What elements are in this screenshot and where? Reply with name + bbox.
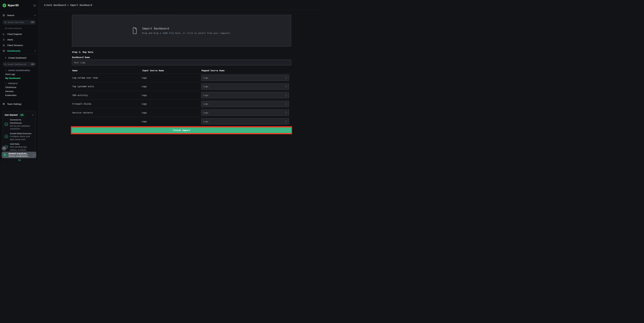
- create-dashboard-button[interactable]: Create Dashboard: [4, 56, 26, 60]
- shortcut-badge: ⌘K: [30, 21, 35, 24]
- sidebar: HyperDX Search Saved Searches ⌘K No: [0, 0, 38, 162]
- annotation-highlight-box: Finish Import: [71, 126, 292, 134]
- preset-services[interactable]: Services: [5, 90, 14, 93]
- team-settings-label: Team Settings: [7, 103, 22, 105]
- col-mapped-source: Mapped Source Name: [202, 69, 224, 72]
- checklist-item-connect[interactable]: Connect to ClickHouse Set up your databa…: [4, 118, 34, 130]
- checklist-item-desc: Configure where your data comes from: [10, 135, 34, 141]
- table-row: Logs Logs: [72, 117, 291, 126]
- sidebar-item-client-sessions[interactable]: Client Sessions: [2, 43, 36, 47]
- select-chevrons-icon: [285, 120, 287, 123]
- sidebar-item-dashboards[interactable]: Dashboards: [2, 49, 36, 53]
- checklist-item-sources[interactable]: Create Data Sources Configure where your…: [4, 132, 34, 141]
- chevron-up-icon: [32, 114, 34, 116]
- sidebar-dashboard-host-logs[interactable]: Host Logs: [5, 73, 15, 76]
- get-started-title: Get Started: [5, 114, 18, 116]
- breadcrumb: Create Dashboard > Import Dashboard: [44, 0, 92, 10]
- sidebar-item-team-settings[interactable]: Team Settings: [2, 102, 22, 106]
- mapped-source-select[interactable]: Logs: [201, 84, 289, 90]
- select-value: Logs: [203, 85, 208, 88]
- sidebar-item-label: Client Sessions: [7, 44, 23, 47]
- table-row: Firewall blocks Logs Logs: [72, 100, 291, 108]
- saved-searches-placeholder: Saved Searches: [8, 21, 29, 24]
- file-icon: [132, 27, 138, 34]
- logo-row: HyperDX: [2, 3, 36, 8]
- panel-left-icon: [33, 4, 36, 7]
- get-started-header[interactable]: Get Started 3/3: [5, 113, 34, 117]
- table-header: Name Input Source Name Mapped Source Nam…: [72, 68, 291, 74]
- saved-searches-input[interactable]: Saved Searches ⌘K: [2, 20, 36, 24]
- select-value: Logs: [203, 111, 208, 114]
- table-row: Log volume over time Logs Logs: [72, 74, 291, 82]
- mapped-source-select[interactable]: Logs: [201, 92, 289, 98]
- sidebar-dashboard-my-dashboard[interactable]: My Dashboard: [5, 77, 20, 80]
- row-name: Top systemd units: [72, 85, 142, 88]
- table-row: Service restarts Logs Logs: [72, 108, 291, 117]
- sidebar-item-label: Chart Explorer: [7, 33, 22, 35]
- search-panel-icon: [2, 14, 5, 17]
- divider: [0, 18, 38, 18]
- mapped-source-select[interactable]: Logs: [201, 75, 289, 81]
- presets-header[interactable]: PRESETS: [5, 82, 18, 85]
- row-name: SSH activity: [72, 94, 142, 97]
- checklist-item-desc: Start sending logs, metrics, or traces: [10, 146, 34, 152]
- sidebar-item-chart-explorer[interactable]: Chart Explorer: [2, 32, 36, 36]
- preset-clickhouse[interactable]: ClickHouse: [5, 86, 16, 89]
- progress-badge: 3/3: [19, 113, 24, 117]
- saved-dashboards-header[interactable]: SAVED DASHBOARDS: [5, 69, 30, 72]
- step-label: Step 2: Map Data: [72, 51, 93, 53]
- presets-header-label: PRESETS: [8, 83, 18, 85]
- select-chevrons-icon: [285, 103, 287, 105]
- select-value: Logs: [203, 94, 208, 97]
- no-saved-searches-note: No saved searches: [5, 27, 22, 29]
- plus-icon: [4, 57, 7, 59]
- saved-dashboards-input[interactable]: Saved Dashboards ⌘K: [2, 62, 36, 66]
- checklist-item-add-data[interactable]: Add Data Start sending logs, metrics, or…: [4, 142, 34, 152]
- select-chevrons-icon: [285, 111, 287, 114]
- divider: [0, 54, 38, 54]
- sidebar-item-label: Alerts: [7, 39, 13, 41]
- dashboard-name-label: Dashboard Name: [72, 56, 90, 59]
- mapped-source-select[interactable]: Logs: [201, 101, 289, 107]
- select-chevrons-icon: [285, 85, 287, 88]
- app-title: HyperDX: [8, 4, 19, 7]
- preset-kubernetes[interactable]: Kubernetes: [5, 94, 16, 97]
- table-row: SSH activity Logs Logs: [72, 91, 291, 100]
- dashboard-name-input[interactable]: [72, 60, 291, 65]
- sidebar-section-search[interactable]: Search: [2, 13, 36, 17]
- select-chevrons-icon: [285, 94, 287, 97]
- row-input-source: Logs: [142, 94, 201, 97]
- row-input-source: Logs: [142, 120, 201, 123]
- table-row: Top systemd units Logs Logs: [72, 82, 291, 91]
- row-name: Log volume over time: [72, 77, 142, 79]
- dropzone-title: Import Dashboard: [142, 27, 231, 30]
- chevron-down-icon: [5, 69, 7, 71]
- select-value: Logs: [203, 120, 208, 123]
- row-input-source: Logs: [142, 77, 201, 79]
- sidebar-item-alerts[interactable]: Alerts: [2, 38, 36, 42]
- shortcut-badge: ⌘K: [30, 63, 35, 66]
- gear-icon: [2, 103, 5, 105]
- row-input-source: Logs: [142, 111, 201, 114]
- mapped-source-select[interactable]: Logs: [201, 118, 289, 124]
- search-section-label: Search: [7, 14, 14, 17]
- chevron-right-icon: [33, 154, 35, 156]
- col-input-source: Input Source Name: [142, 69, 164, 72]
- check-circle-icon: [4, 135, 8, 138]
- search-icon: [4, 63, 6, 65]
- checklist-item-title: Connect to ClickHouse: [10, 119, 22, 124]
- row-name: Firewall blocks: [72, 103, 142, 105]
- import-dropzone[interactable]: Import Dashboard Drag and drop a JSON fi…: [72, 15, 291, 47]
- select-chevrons-icon: [285, 77, 287, 79]
- collapse-sidebar-button[interactable]: [33, 4, 36, 7]
- finish-import-button[interactable]: Finish Import: [72, 127, 291, 133]
- help-button[interactable]: ?: [2, 146, 6, 151]
- mapped-source-select[interactable]: Logs: [201, 110, 289, 116]
- user-account-chip[interactable]: D dominic.tran@clic... dominic.tran@clic…: [2, 152, 36, 158]
- checklist-item-title: Create Data Sources: [10, 132, 31, 135]
- chevron-down-icon: [5, 83, 7, 84]
- bell-icon: [2, 39, 5, 41]
- row-input-source: Logs: [142, 103, 201, 105]
- user-email-primary: dominic.tran@clic...: [8, 153, 30, 155]
- sidebar-item-label: Dashboards: [7, 50, 20, 52]
